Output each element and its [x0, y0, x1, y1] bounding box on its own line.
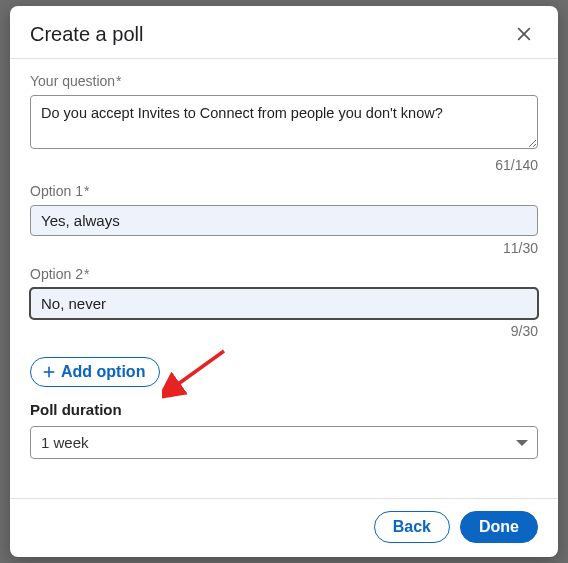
option-1-label: Option 1*: [30, 183, 538, 199]
option-1-field-group: Option 1* 11/30: [30, 183, 538, 256]
back-button[interactable]: Back: [374, 511, 450, 543]
option-2-label: Option 2*: [30, 266, 538, 282]
close-button[interactable]: [510, 20, 538, 48]
question-input[interactable]: [30, 95, 538, 149]
create-poll-modal: Create a poll Your question* 61/140 Opti…: [10, 6, 558, 557]
option-2-input[interactable]: [30, 288, 538, 319]
option-1-label-text: Option 1: [30, 183, 83, 199]
required-marker: *: [116, 73, 121, 89]
modal-title: Create a poll: [30, 23, 143, 46]
question-counter: 61/140: [30, 157, 538, 173]
modal-footer: Back Done: [10, 499, 558, 557]
plus-icon: [41, 364, 57, 380]
poll-duration-select[interactable]: 1 week: [30, 426, 538, 459]
done-button[interactable]: Done: [460, 511, 538, 543]
close-icon: [514, 24, 534, 44]
question-field-group: Your question* 61/140: [30, 73, 538, 173]
option-2-field-group: Option 2* 9/30: [30, 266, 538, 339]
required-marker: *: [84, 183, 89, 199]
modal-body[interactable]: Your question* 61/140 Option 1* 11/30 Op…: [10, 59, 558, 498]
add-option-label: Add option: [61, 363, 145, 381]
option-1-counter: 11/30: [30, 240, 538, 256]
poll-duration-select-wrap: 1 week: [30, 426, 538, 459]
required-marker: *: [84, 266, 89, 282]
question-label: Your question*: [30, 73, 538, 89]
poll-duration-label: Poll duration: [30, 401, 538, 418]
option-1-input[interactable]: [30, 205, 538, 236]
question-label-text: Your question: [30, 73, 115, 89]
modal-header: Create a poll: [10, 6, 558, 58]
add-option-button[interactable]: Add option: [30, 357, 160, 387]
option-2-counter: 9/30: [30, 323, 538, 339]
option-2-label-text: Option 2: [30, 266, 83, 282]
